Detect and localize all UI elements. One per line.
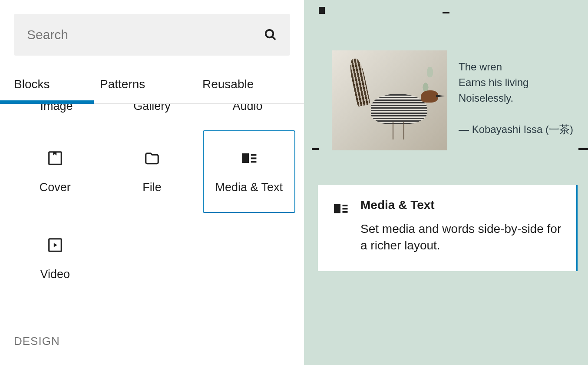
bookmark-icon — [319, 7, 325, 14]
search-input[interactable] — [27, 27, 264, 42]
bird-tail — [348, 57, 370, 107]
poem-line-2: Earns his living — [459, 75, 573, 90]
poem-line-1: The wren — [459, 59, 573, 75]
media-text-preview: The wren Earns his living Noiselessly. —… — [332, 50, 576, 150]
svg-rect-5 — [251, 157, 257, 159]
poem-line-3: Noiselessly. — [459, 90, 573, 106]
description-content: Media & Text Set media and words side-by… — [360, 198, 562, 254]
block-row-partial: Image Gallery Audio — [0, 104, 304, 113]
svg-rect-8 — [334, 204, 340, 213]
inserter-tabs: Blocks Patterns Reusable — [0, 69, 304, 104]
active-tab-indicator — [0, 100, 94, 104]
svg-rect-11 — [343, 211, 348, 213]
cover-icon — [46, 149, 64, 167]
resize-handle-top[interactable] — [443, 12, 449, 13]
bird-body — [371, 94, 427, 124]
block-inserter-panel: Blocks Patterns Reusable Image Gallery A… — [0, 0, 304, 365]
section-heading-design: DESIGN — [0, 300, 304, 348]
block-label: File — [142, 181, 162, 194]
block-item-media-text[interactable]: Media & Text — [203, 130, 295, 213]
description-title: Media & Text — [360, 198, 562, 212]
svg-rect-4 — [251, 154, 257, 156]
search-icon — [264, 28, 277, 41]
tab-patterns[interactable]: Patterns — [100, 69, 202, 103]
resize-handle-right[interactable] — [578, 148, 588, 150]
bird-legs — [393, 122, 393, 139]
bird-head — [421, 90, 438, 103]
blocks-scroll-area[interactable]: Image Gallery Audio Cover — [0, 104, 304, 365]
search-container — [0, 0, 304, 56]
svg-rect-6 — [251, 161, 257, 163]
svg-rect-9 — [343, 205, 348, 206]
block-item-file[interactable]: File — [106, 130, 198, 213]
preview-text: The wren Earns his living Noiselessly. —… — [459, 50, 573, 150]
svg-rect-10 — [343, 208, 348, 210]
block-item-cover[interactable]: Cover — [9, 130, 101, 213]
poem-attribution: — Kobayashi Issa (一茶) — [459, 122, 573, 137]
resize-handle-left[interactable] — [312, 148, 319, 150]
svg-rect-3 — [242, 153, 249, 163]
file-icon — [143, 149, 161, 167]
media-text-icon — [240, 149, 258, 167]
block-item-video[interactable]: Video — [9, 217, 101, 300]
search-box[interactable] — [14, 14, 290, 56]
description-body: Set media and words side-by-side for a r… — [360, 221, 562, 254]
video-icon — [46, 236, 64, 254]
spacer — [459, 106, 573, 122]
block-grid: Cover File — [0, 113, 304, 300]
tab-blocks[interactable]: Blocks — [0, 69, 100, 103]
block-description-card: Media & Text Set media and words side-by… — [318, 185, 578, 271]
block-label: Media & Text — [215, 181, 283, 194]
tab-reusable[interactable]: Reusable — [202, 69, 304, 103]
block-item-image-label[interactable]: Image — [13, 104, 100, 113]
svg-point-0 — [266, 30, 274, 38]
svg-line-1 — [272, 36, 276, 40]
block-preview-panel: The wren Earns his living Noiselessly. —… — [304, 0, 588, 365]
block-item-gallery-label[interactable]: Gallery — [109, 104, 195, 113]
bird-beak — [436, 95, 445, 97]
block-item-audio-label[interactable]: Audio — [204, 104, 291, 113]
media-text-icon — [333, 201, 348, 216]
block-label: Video — [40, 268, 70, 281]
preview-image-wren — [332, 50, 447, 150]
block-label: Cover — [40, 181, 71, 194]
